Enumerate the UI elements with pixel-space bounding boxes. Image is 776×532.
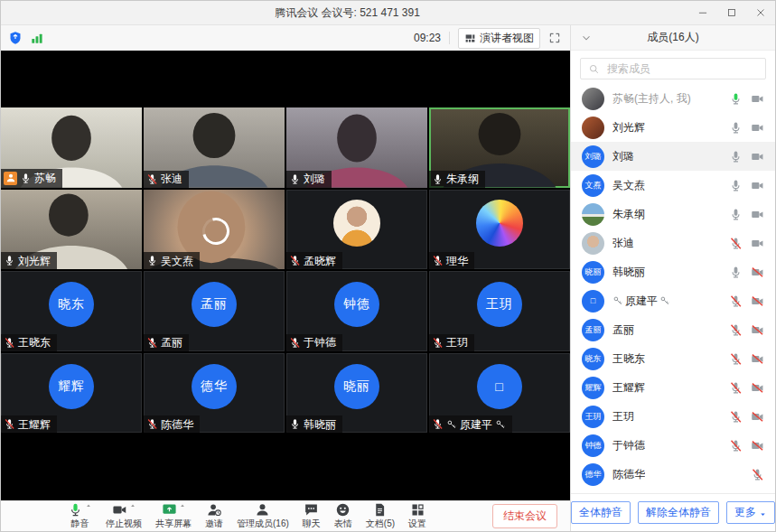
member-row[interactable]: 张迪 <box>571 229 775 257</box>
share-screen-button[interactable]: 共享屏幕 <box>155 502 192 529</box>
more-button[interactable]: 更多 <box>726 501 775 524</box>
video-tile[interactable]: 王玥 王玥 <box>429 271 570 351</box>
members-panel-footer: 全体静音 解除全体静音 更多 <box>571 493 775 531</box>
close-button[interactable] <box>746 1 775 24</box>
participant-name-label: 苏畅 <box>1 169 62 188</box>
end-meeting-button[interactable]: 结束会议 <box>492 504 557 528</box>
mic-status-icon <box>729 92 743 106</box>
maximize-button[interactable] <box>717 1 746 24</box>
chat-button[interactable]: 聊天 <box>303 502 321 529</box>
mute-button[interactable]: 静音 <box>68 502 92 529</box>
title-bar: 腾讯会议 会议号: 521 471 391 <box>1 1 775 25</box>
member-row[interactable]: 耀辉 王耀辉 <box>571 373 775 402</box>
member-name: 刘璐 <box>612 149 634 164</box>
participant-name: 王耀辉 <box>18 419 51 430</box>
member-row[interactable]: 晓丽 韩晓丽 <box>571 257 775 286</box>
member-row[interactable]: 文焘 吴文焘 <box>571 171 775 200</box>
video-tile[interactable]: 吴文焘 <box>144 190 285 270</box>
settings-grid-icon <box>410 502 425 518</box>
avatar-text: 孟丽 <box>201 296 228 313</box>
mic-status-icon <box>289 418 301 430</box>
video-tile[interactable]: 晓东 王晓东 <box>1 271 142 351</box>
search-input[interactable] <box>605 61 758 76</box>
member-row[interactable]: 王玥 王玥 <box>571 402 775 431</box>
participant-name-label: 吴文焘 <box>144 252 200 269</box>
participant-name: 吴文焘 <box>161 256 193 266</box>
settings-button[interactable]: 设置 <box>408 502 426 529</box>
network-signal-icon[interactable] <box>30 31 44 45</box>
member-row[interactable]: □ 原建平 <box>571 286 775 315</box>
participant-name-label: 于钟德 <box>286 334 342 351</box>
member-name: 王玥 <box>612 409 634 425</box>
mic-options-caret-icon[interactable] <box>85 502 92 509</box>
video-tile[interactable]: 晓丽 韩晓丽 <box>286 353 427 434</box>
member-row[interactable]: 德华 陈德华 <box>571 460 775 489</box>
member-row[interactable]: 朱承纲 <box>571 200 775 229</box>
mute-all-button[interactable]: 全体静音 <box>571 501 631 524</box>
video-tile[interactable]: 钟德 于钟德 <box>286 271 427 351</box>
video-tile[interactable]: 孟晓辉 <box>286 190 427 270</box>
video-tile[interactable]: 耀辉 王耀辉 <box>1 353 142 434</box>
video-tile[interactable]: □ 原建平 <box>429 353 570 434</box>
microphone-icon <box>68 502 83 518</box>
avatar: 文焘 <box>582 174 604 197</box>
member-row[interactable]: 晓东 王晓东 <box>571 344 775 373</box>
mic-status-icon <box>729 121 743 135</box>
video-tile[interactable]: 刘光辉 <box>1 190 142 270</box>
stop-video-button[interactable]: 停止视频 <box>106 502 142 529</box>
participant-name-label: 原建平 <box>429 415 512 433</box>
fullscreen-icon[interactable] <box>548 32 561 44</box>
member-row[interactable]: 苏畅(主持人, 我) <box>571 84 775 113</box>
video-tile[interactable]: 张迪 <box>144 107 285 188</box>
avatar <box>582 232 604 255</box>
member-row[interactable]: 刘璐 刘璐 <box>571 142 775 171</box>
member-search-box[interactable] <box>580 58 766 79</box>
members-panel-title: 成员(16人) <box>571 30 775 45</box>
share-options-caret-icon[interactable] <box>179 502 186 509</box>
emoji-button[interactable]: 表情 <box>334 502 352 529</box>
avatar-text: 晓东 <box>585 353 602 365</box>
member-row[interactable]: 钟德 于钟德 <box>571 431 775 460</box>
speaker-view-button[interactable]: 演讲者视图 <box>458 28 540 49</box>
maximize-icon <box>725 6 738 19</box>
avatar <box>582 203 604 226</box>
member-row[interactable]: 刘光辉 <box>571 113 775 142</box>
video-options-caret-icon[interactable] <box>129 502 136 509</box>
security-shield-icon[interactable] <box>8 31 23 45</box>
video-tile[interactable]: 苏畅 <box>1 107 142 188</box>
avatar-text: 德华 <box>585 469 602 481</box>
video-tile[interactable]: 理华 <box>429 190 570 270</box>
toolbar-label: 设置 <box>408 518 426 529</box>
docs-button[interactable]: 文档(5) <box>366 502 395 529</box>
avatar-text: 德华 <box>201 378 228 395</box>
camera-status-icon <box>751 208 764 221</box>
video-tile[interactable]: 孟丽 孟丽 <box>144 271 285 351</box>
member-list: 苏畅(主持人, 我) 刘光辉 刘璐 刘璐 文焘 吴文焘 <box>571 84 775 493</box>
unmute-all-label: 解除全体静音 <box>646 505 711 520</box>
member-row[interactable]: 孟丽 孟丽 <box>571 315 775 344</box>
avatar: 德华 <box>192 364 237 409</box>
invite-button[interactable]: 邀请 <box>205 502 223 529</box>
mic-status-icon <box>289 255 301 266</box>
mic-status-icon <box>4 418 15 430</box>
camera-status-icon <box>751 410 764 424</box>
member-name: 韩晓丽 <box>612 265 645 280</box>
participant-name: 理华 <box>446 256 468 266</box>
toolbar-label: 文档(5) <box>366 518 395 529</box>
avatar: 晓丽 <box>582 261 604 284</box>
mic-status-icon <box>146 418 158 430</box>
video-tile-active-speaker[interactable]: 朱承纲 <box>429 107 570 188</box>
minimize-button[interactable] <box>688 1 717 24</box>
collapse-panel-chevron-icon[interactable] <box>580 32 593 44</box>
member-search-area <box>571 51 775 84</box>
mic-status-icon <box>432 255 444 266</box>
participant-name-label: 王晓东 <box>1 334 57 351</box>
participant-name: 原建平 <box>460 419 492 430</box>
video-tile[interactable]: 刘璐 <box>286 107 427 188</box>
search-icon <box>588 63 600 75</box>
video-tile[interactable]: 德华 陈德华 <box>144 353 285 434</box>
manage-members-button[interactable]: 管理成员(16) <box>237 502 289 529</box>
member-name: 原建平 <box>625 294 658 309</box>
unmute-all-button[interactable]: 解除全体静音 <box>638 501 719 524</box>
avatar: 孟丽 <box>582 319 604 341</box>
